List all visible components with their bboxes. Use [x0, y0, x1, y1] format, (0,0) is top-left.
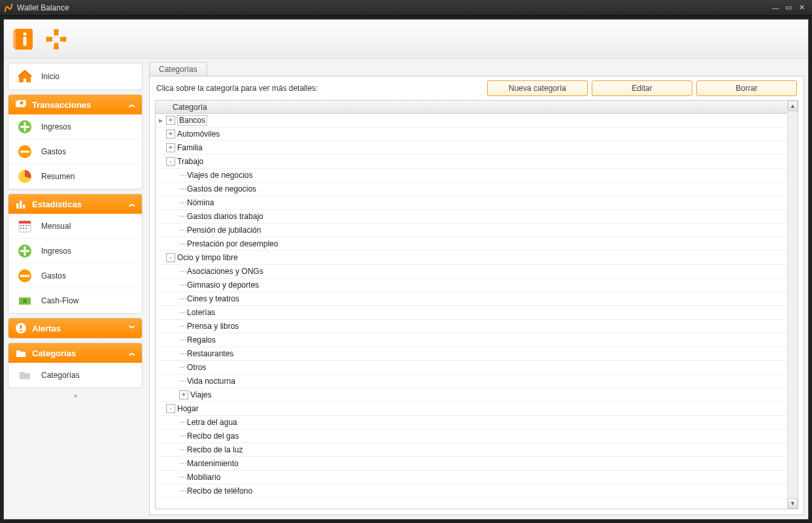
- close-button[interactable]: ✕: [795, 3, 808, 12]
- tree-row[interactable]: -Trabajo: [156, 155, 787, 169]
- tree-leaf-icon: ⋯: [179, 171, 184, 180]
- sidebar-item-gastos[interactable]: Gastos: [8, 139, 142, 164]
- content-title: Categorías: [149, 62, 207, 76]
- tree-row[interactable]: ⋯Letra del agua: [156, 416, 787, 430]
- tree-row-label: Regalos: [187, 335, 216, 345]
- expand-icon[interactable]: +: [166, 143, 175, 152]
- svg-rect-3: [24, 37, 27, 46]
- main-toolbar: [4, 20, 808, 59]
- tree-row[interactable]: +Automóviles: [156, 127, 787, 141]
- tree-row[interactable]: ⋯Loterías: [156, 306, 787, 320]
- new-category-button[interactable]: Nueva categoría: [487, 80, 588, 96]
- collapse-icon[interactable]: -: [166, 157, 175, 166]
- help-icon[interactable]: [44, 27, 68, 51]
- panel-header-alertas[interactable]: Alertas ︾: [8, 318, 142, 338]
- tree-row[interactable]: -Ocio y timpo libre: [156, 251, 787, 265]
- sidebar: Inicio Transacciones ︽ Ingresos Gastos R…: [4, 59, 146, 519]
- scrollbar[interactable]: ▲ ▼: [787, 101, 798, 509]
- tree-row-label: Bancos: [177, 115, 207, 126]
- tree-row-label: Recibo de teléfono: [187, 486, 252, 496]
- tree-row[interactable]: ⋯Mobiliario: [156, 471, 787, 484]
- sidebar-item-label: Resumen: [41, 172, 75, 181]
- tree-row[interactable]: +Viajes: [156, 388, 787, 402]
- tree-row[interactable]: ⋯Prestación por desempleo: [156, 237, 787, 251]
- expand-icon[interactable]: +: [166, 129, 175, 139]
- scroll-up-icon[interactable]: ▲: [788, 101, 798, 111]
- sidebar-item-label: Ingresos: [41, 122, 71, 131]
- svg-rect-11: [20, 201, 22, 209]
- folder-grey-icon: [18, 368, 32, 382]
- scroll-down-icon[interactable]: ▼: [788, 498, 798, 509]
- tree-row-label: Cines y teatros: [187, 294, 239, 303]
- tree-row[interactable]: ⋯Prensa y libros: [156, 320, 787, 333]
- tree-row[interactable]: ⋯Nómina: [156, 196, 787, 210]
- tree-row[interactable]: ⋯Regalos: [156, 333, 787, 347]
- tree-row-label: Prestación por desempleo: [187, 239, 278, 248]
- sidebar-item-inicio[interactable]: Inicio: [8, 63, 142, 90]
- tree-row[interactable]: -Hogar: [156, 402, 787, 416]
- sidebar-item-resumen[interactable]: Resumen: [8, 164, 142, 189]
- minimize-button[interactable]: —: [769, 4, 782, 12]
- tree-row-label: Viajes de negocios: [187, 171, 253, 180]
- tree-row-label: Loterías: [187, 308, 215, 317]
- sidebar-item-categorias[interactable]: Categorías: [8, 363, 142, 388]
- svg-rect-19: [20, 228, 22, 229]
- tree-row[interactable]: ⋯Cines y teatros: [156, 292, 787, 306]
- edit-button[interactable]: Editar: [592, 80, 692, 96]
- content-tabbar: Categorías: [149, 61, 804, 76]
- tree-leaf-icon: ⋯: [179, 294, 184, 303]
- tree-row[interactable]: ⋯Restaurantes: [156, 347, 787, 361]
- tree-row-label: Recibo de la luz: [187, 445, 243, 454]
- collapse-icon[interactable]: -: [166, 404, 175, 413]
- tree-row-label: Familia: [177, 143, 203, 152]
- maximize-button[interactable]: ▭: [782, 3, 795, 12]
- tree-row[interactable]: ⋯Pensión de jubilación: [156, 224, 787, 237]
- tree-row[interactable]: ⋯Asociaciones y ONGs: [156, 265, 787, 278]
- tree-row[interactable]: ⋯Recibo de teléfono: [156, 484, 787, 498]
- tree-leaf-icon: ⋯: [179, 239, 184, 248]
- sidebar-item-ingresos[interactable]: Ingresos: [8, 114, 142, 139]
- tree-leaf-icon: ⋯: [179, 226, 184, 235]
- panel-header-estadisticas[interactable]: Estadísticas ︽: [8, 194, 142, 214]
- tree-row-label: Letra del agua: [187, 418, 237, 427]
- sidebar-item-stats-ingresos[interactable]: Ingresos: [8, 239, 142, 263]
- tree-row-label: Gastos de negocios: [187, 184, 256, 194]
- tree-row-label: Mobiliario: [187, 473, 220, 482]
- tree-row[interactable]: ⋯Vida nocturna: [156, 375, 787, 388]
- tree-row[interactable]: ⋯Recibo de la luz: [156, 443, 787, 457]
- svg-rect-18: [28, 225, 29, 226]
- tree-row[interactable]: ⋯Gastos de negocios: [156, 182, 787, 196]
- tree-row[interactable]: ▸+Bancos: [156, 114, 787, 127]
- minus-icon: [18, 269, 32, 283]
- app-logo-icon: [4, 3, 13, 12]
- expand-icon[interactable]: +: [166, 116, 175, 125]
- scroll-track[interactable]: [788, 111, 798, 498]
- sidebar-item-cashflow[interactable]: Cash-Flow: [8, 288, 142, 313]
- sidebar-item-mensual[interactable]: Mensual: [8, 214, 142, 239]
- tree-row[interactable]: ⋯Mantenimiento: [156, 457, 787, 471]
- tree-leaf-icon: ⋯: [179, 486, 184, 496]
- svg-rect-16: [23, 225, 24, 226]
- tree-row[interactable]: ⋯Gimnasio y deportes: [156, 278, 787, 292]
- minus-icon: [18, 144, 32, 159]
- tree-row[interactable]: ⋯Gastos diarios trabajo: [156, 210, 787, 224]
- tree-leaf-icon: ⋯: [179, 377, 184, 386]
- collapse-icon[interactable]: -: [166, 253, 175, 262]
- sidebar-item-stats-gastos[interactable]: Gastos: [8, 263, 142, 288]
- tree-row-label: Prensa y libros: [187, 322, 239, 331]
- column-header[interactable]: Categoría: [156, 101, 787, 114]
- tree-leaf-icon: ⋯: [179, 335, 184, 345]
- delete-button[interactable]: Borrar: [696, 80, 797, 96]
- tree-row[interactable]: +Familia: [156, 141, 787, 155]
- tree-row[interactable]: ⋯Recibo del gas: [156, 430, 787, 443]
- sidebar-grip-icon[interactable]: ▾: [8, 392, 143, 400]
- tree-row[interactable]: ⋯Otros: [156, 361, 787, 375]
- expand-icon[interactable]: +: [179, 390, 188, 399]
- info-icon[interactable]: [12, 27, 35, 51]
- tree-row-label: Gimnasio y deportes: [187, 280, 259, 290]
- panel-header-transacciones[interactable]: Transacciones ︽: [8, 95, 142, 114]
- panel-header-categorias[interactable]: Categorías ︽: [8, 343, 142, 363]
- panel-alertas: Alertas ︾: [8, 318, 143, 339]
- tree-row[interactable]: ⋯Viajes de negocios: [156, 169, 787, 182]
- tree-row-label: Viajes: [190, 390, 211, 399]
